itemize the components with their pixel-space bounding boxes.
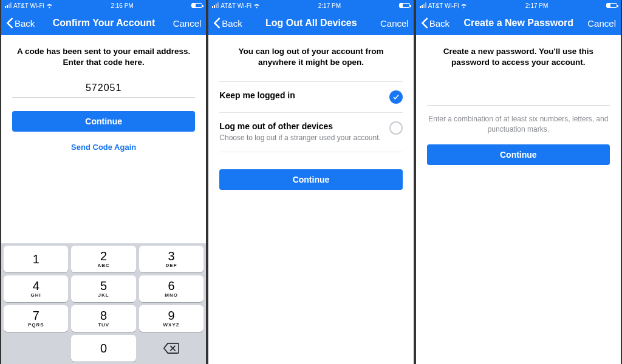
back-button[interactable]: Back bbox=[6, 18, 35, 29]
continue-button[interactable]: Continue bbox=[219, 169, 402, 190]
key-2[interactable]: 2ABC bbox=[71, 246, 135, 272]
page-title: Confirm Your Account bbox=[35, 18, 173, 29]
radio-unselected[interactable] bbox=[389, 121, 403, 135]
battery-icon bbox=[606, 3, 617, 8]
check-icon bbox=[392, 93, 400, 101]
wifi-icon bbox=[46, 3, 53, 8]
option-keep-logged-in[interactable]: Keep me logged in bbox=[219, 82, 402, 113]
screen-logout-devices: AT&T Wi-Fi 2:17 PM Back Log Out All Devi… bbox=[207, 0, 414, 364]
clock: 2:17 PM bbox=[525, 2, 548, 9]
screen-create-password: AT&T Wi-Fi 2:17 PM Back Create a New Pas… bbox=[415, 0, 622, 364]
radio-selected[interactable] bbox=[389, 90, 403, 104]
screen-confirm-account: AT&T Wi-Fi 2:16 PM Back Confirm Your Acc… bbox=[0, 0, 207, 364]
key-6[interactable]: 6MNO bbox=[139, 275, 203, 302]
status-bar: AT&T Wi-Fi 2:17 PM bbox=[416, 0, 621, 11]
signal-icon bbox=[5, 3, 12, 8]
continue-button[interactable]: Continue bbox=[12, 111, 195, 132]
backspace-icon bbox=[163, 342, 179, 354]
back-label: Back bbox=[15, 18, 35, 29]
signal-icon bbox=[212, 3, 219, 8]
numeric-keypad: 12ABC3DEF4GHI5JKL6MNO7PQRS8TUV9WXYZ0 bbox=[1, 243, 206, 364]
password-hint: Enter a combination of at least six numb… bbox=[427, 114, 610, 135]
prompt-text: A code has been sent to your email addre… bbox=[12, 46, 195, 68]
back-label: Back bbox=[222, 18, 242, 29]
cancel-button[interactable]: Cancel bbox=[173, 18, 202, 29]
key-3[interactable]: 3DEF bbox=[139, 246, 203, 272]
key-7[interactable]: 7PQRS bbox=[4, 305, 68, 332]
nav-bar: Back Confirm Your Account Cancel bbox=[1, 11, 206, 35]
wifi-icon bbox=[460, 3, 467, 8]
prompt-text: Create a new password. You'll use this p… bbox=[427, 46, 610, 68]
continue-button[interactable]: Continue bbox=[427, 144, 610, 165]
page-title: Log Out All Devices bbox=[242, 18, 380, 29]
signal-icon bbox=[420, 3, 426, 8]
key-backspace[interactable] bbox=[139, 335, 203, 362]
key-4[interactable]: 4GHI bbox=[4, 275, 68, 302]
key-0[interactable]: 0 bbox=[71, 335, 135, 362]
battery-icon bbox=[399, 3, 410, 8]
back-label: Back bbox=[429, 18, 449, 29]
cancel-button[interactable]: Cancel bbox=[587, 18, 616, 29]
back-button[interactable]: Back bbox=[421, 18, 449, 29]
option-title: Keep me logged in bbox=[219, 90, 383, 100]
prompt-text: You can log out of your account from any… bbox=[219, 46, 402, 68]
carrier-label: AT&T Wi-Fi bbox=[428, 2, 459, 9]
nav-bar: Back Create a New Password Cancel bbox=[416, 11, 621, 35]
clock: 2:17 PM bbox=[318, 2, 341, 9]
status-bar: AT&T Wi-Fi 2:16 PM bbox=[1, 0, 206, 11]
status-bar: AT&T Wi-Fi 2:17 PM bbox=[208, 0, 413, 11]
cancel-button[interactable]: Cancel bbox=[380, 18, 409, 29]
clock: 2:16 PM bbox=[111, 2, 133, 9]
wifi-icon bbox=[253, 3, 260, 8]
back-button[interactable]: Back bbox=[213, 18, 242, 29]
page-title: Create a New Password bbox=[449, 18, 587, 29]
key-1[interactable]: 1 bbox=[4, 246, 68, 272]
battery-icon bbox=[191, 3, 202, 8]
code-input[interactable] bbox=[12, 79, 195, 98]
resend-code-link[interactable]: Send Code Again bbox=[12, 143, 195, 152]
chevron-left-icon bbox=[421, 18, 428, 29]
password-input[interactable] bbox=[427, 89, 610, 106]
carrier-label: AT&T Wi-Fi bbox=[220, 2, 251, 9]
chevron-left-icon bbox=[6, 18, 13, 29]
option-logout-other[interactable]: Log me out of other devices Choose to lo… bbox=[219, 113, 402, 152]
key-8[interactable]: 8TUV bbox=[71, 305, 135, 332]
chevron-left-icon bbox=[213, 18, 220, 29]
key-9[interactable]: 9WXYZ bbox=[139, 305, 203, 332]
carrier-label: AT&T Wi-Fi bbox=[13, 2, 44, 9]
key-5[interactable]: 5JKL bbox=[71, 275, 135, 302]
option-subtitle: Choose to log out if a stranger used you… bbox=[219, 133, 383, 143]
option-title: Log me out of other devices bbox=[219, 121, 383, 131]
nav-bar: Back Log Out All Devices Cancel bbox=[208, 11, 413, 35]
key-blank bbox=[4, 335, 68, 362]
